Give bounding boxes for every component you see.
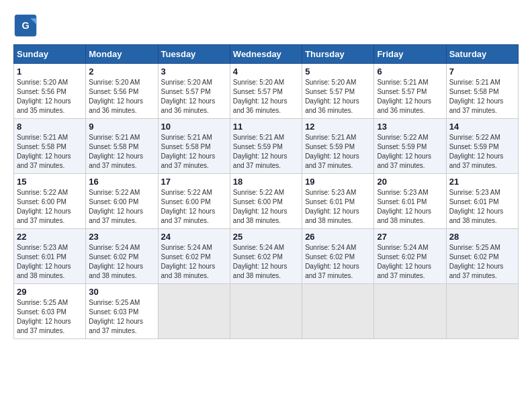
- calendar-cell: 21 Sunrise: 5:23 AM Sunset: 6:01 PM Dayl…: [446, 174, 518, 229]
- day-info: Sunrise: 5:23 AM Sunset: 6:01 PM Dayligh…: [377, 188, 443, 226]
- day-number: 20: [377, 177, 443, 187]
- sunrise-label: Sunrise: 5:23 AM: [17, 244, 68, 251]
- daylight-label: Daylight: 12 hours and 37 minutes.: [449, 97, 504, 114]
- calendar-week-row: 1 Sunrise: 5:20 AM Sunset: 5:56 PM Dayli…: [14, 64, 519, 119]
- sunset-label: Sunset: 6:03 PM: [89, 308, 138, 316]
- sunrise-label: Sunrise: 5:22 AM: [161, 189, 212, 196]
- sunset-label: Sunset: 5:57 PM: [233, 88, 283, 95]
- day-number: 11: [233, 122, 299, 132]
- day-number: 9: [89, 122, 154, 132]
- calendar-cell: 16 Sunrise: 5:22 AM Sunset: 6:00 PM Dayl…: [86, 174, 158, 229]
- header-saturday: Saturday: [446, 45, 518, 64]
- header-monday: Monday: [86, 45, 158, 64]
- sunrise-label: Sunrise: 5:20 AM: [89, 79, 140, 86]
- day-number: 6: [377, 66, 443, 77]
- sunset-label: Sunset: 6:02 PM: [377, 253, 427, 261]
- sunset-label: Sunset: 5:59 PM: [449, 143, 499, 150]
- sunset-label: Sunset: 6:00 PM: [89, 198, 138, 205]
- day-number: 15: [17, 177, 83, 187]
- day-number: 29: [17, 287, 83, 297]
- sunrise-label: Sunrise: 5:21 AM: [161, 134, 212, 141]
- calendar-cell: 26 Sunrise: 5:24 AM Sunset: 6:02 PM Dayl…: [302, 229, 374, 284]
- calendar-cell: [446, 284, 518, 339]
- day-number: 30: [89, 287, 154, 297]
- day-number: 14: [449, 122, 515, 132]
- header-tuesday: Tuesday: [158, 45, 230, 64]
- calendar-cell: 20 Sunrise: 5:23 AM Sunset: 6:01 PM Dayl…: [374, 174, 446, 229]
- calendar-cell: 7 Sunrise: 5:21 AM Sunset: 5:58 PM Dayli…: [446, 64, 518, 119]
- daylight-label: Daylight: 12 hours and 37 minutes.: [449, 263, 504, 279]
- sunrise-label: Sunrise: 5:25 AM: [449, 244, 500, 251]
- day-info: Sunrise: 5:25 AM Sunset: 6:03 PM Dayligh…: [89, 298, 154, 336]
- day-number: 3: [161, 66, 227, 77]
- sunset-label: Sunset: 5:59 PM: [377, 143, 427, 150]
- day-info: Sunrise: 5:23 AM Sunset: 6:01 PM Dayligh…: [305, 188, 371, 226]
- sunset-label: Sunset: 5:56 PM: [89, 88, 138, 95]
- sunset-label: Sunset: 6:01 PM: [449, 198, 499, 205]
- daylight-label: Daylight: 12 hours and 37 minutes.: [89, 152, 143, 169]
- sunrise-label: Sunrise: 5:21 AM: [233, 134, 284, 141]
- calendar-cell: [158, 284, 230, 339]
- sunset-label: Sunset: 5:58 PM: [17, 143, 66, 150]
- day-number: 12: [305, 122, 371, 132]
- day-info: Sunrise: 5:21 AM Sunset: 5:58 PM Dayligh…: [449, 78, 515, 116]
- daylight-label: Daylight: 12 hours and 38 minutes.: [161, 263, 216, 279]
- sunrise-label: Sunrise: 5:23 AM: [377, 189, 428, 196]
- sunrise-label: Sunrise: 5:25 AM: [17, 299, 68, 306]
- day-number: 26: [305, 232, 371, 242]
- sunrise-label: Sunrise: 5:22 AM: [89, 189, 140, 196]
- sunset-label: Sunset: 6:02 PM: [89, 253, 138, 261]
- sunset-label: Sunset: 6:00 PM: [161, 198, 211, 205]
- day-info: Sunrise: 5:20 AM Sunset: 5:56 PM Dayligh…: [17, 78, 83, 116]
- daylight-label: Daylight: 12 hours and 38 minutes.: [17, 263, 71, 279]
- calendar-cell: 27 Sunrise: 5:24 AM Sunset: 6:02 PM Dayl…: [374, 229, 446, 284]
- day-number: 5: [305, 66, 371, 77]
- day-info: Sunrise: 5:20 AM Sunset: 5:57 PM Dayligh…: [305, 78, 371, 116]
- calendar-cell: 29 Sunrise: 5:25 AM Sunset: 6:03 PM Dayl…: [14, 284, 86, 339]
- calendar-cell: 5 Sunrise: 5:20 AM Sunset: 5:57 PM Dayli…: [302, 64, 374, 119]
- day-number: 21: [449, 177, 515, 187]
- sunset-label: Sunset: 6:02 PM: [233, 253, 283, 261]
- calendar-cell: 9 Sunrise: 5:21 AM Sunset: 5:58 PM Dayli…: [86, 119, 158, 174]
- daylight-label: Daylight: 12 hours and 38 minutes.: [377, 208, 431, 224]
- header-friday: Friday: [374, 45, 446, 64]
- day-info: Sunrise: 5:21 AM Sunset: 5:59 PM Dayligh…: [233, 133, 299, 171]
- sunset-label: Sunset: 6:02 PM: [449, 253, 499, 261]
- daylight-label: Daylight: 12 hours and 37 minutes.: [17, 152, 71, 169]
- header-wednesday: Wednesday: [230, 45, 302, 64]
- sunrise-label: Sunrise: 5:21 AM: [17, 134, 68, 141]
- calendar-cell: 14 Sunrise: 5:22 AM Sunset: 5:59 PM Dayl…: [446, 119, 518, 174]
- daylight-label: Daylight: 12 hours and 37 minutes.: [305, 152, 359, 169]
- day-info: Sunrise: 5:23 AM Sunset: 6:01 PM Dayligh…: [449, 188, 515, 226]
- calendar-cell: 13 Sunrise: 5:22 AM Sunset: 5:59 PM Dayl…: [374, 119, 446, 174]
- day-info: Sunrise: 5:21 AM Sunset: 5:58 PM Dayligh…: [161, 133, 227, 171]
- daylight-label: Daylight: 12 hours and 37 minutes.: [17, 208, 71, 224]
- day-info: Sunrise: 5:23 AM Sunset: 6:01 PM Dayligh…: [17, 243, 83, 281]
- daylight-label: Daylight: 12 hours and 37 minutes.: [89, 208, 143, 224]
- sunset-label: Sunset: 6:00 PM: [233, 198, 283, 205]
- daylight-label: Daylight: 12 hours and 37 minutes.: [161, 152, 216, 169]
- calendar-cell: 11 Sunrise: 5:21 AM Sunset: 5:59 PM Dayl…: [230, 119, 302, 174]
- calendar-cell: 18 Sunrise: 5:22 AM Sunset: 6:00 PM Dayl…: [230, 174, 302, 229]
- day-number: 13: [377, 122, 443, 132]
- sunset-label: Sunset: 5:58 PM: [89, 143, 138, 150]
- calendar-week-row: 15 Sunrise: 5:22 AM Sunset: 6:00 PM Dayl…: [14, 174, 519, 229]
- calendar-cell: 12 Sunrise: 5:21 AM Sunset: 5:59 PM Dayl…: [302, 119, 374, 174]
- day-info: Sunrise: 5:22 AM Sunset: 6:00 PM Dayligh…: [233, 188, 299, 226]
- daylight-label: Daylight: 12 hours and 38 minutes.: [233, 208, 287, 224]
- sunrise-label: Sunrise: 5:22 AM: [377, 134, 428, 141]
- day-number: 24: [161, 232, 227, 242]
- sunset-label: Sunset: 6:01 PM: [305, 198, 355, 205]
- day-info: Sunrise: 5:20 AM Sunset: 5:57 PM Dayligh…: [161, 78, 227, 116]
- day-info: Sunrise: 5:22 AM Sunset: 5:59 PM Dayligh…: [377, 133, 443, 171]
- sunrise-label: Sunrise: 5:20 AM: [305, 79, 356, 86]
- calendar-cell: 22 Sunrise: 5:23 AM Sunset: 6:01 PM Dayl…: [14, 229, 86, 284]
- daylight-label: Daylight: 12 hours and 37 minutes.: [17, 318, 71, 334]
- calendar-cell: 2 Sunrise: 5:20 AM Sunset: 5:56 PM Dayli…: [86, 64, 158, 119]
- day-info: Sunrise: 5:22 AM Sunset: 6:00 PM Dayligh…: [17, 188, 83, 226]
- calendar-cell: [374, 284, 446, 339]
- calendar-cell: 8 Sunrise: 5:21 AM Sunset: 5:58 PM Dayli…: [14, 119, 86, 174]
- daylight-label: Daylight: 12 hours and 36 minutes.: [89, 97, 143, 114]
- day-number: 10: [161, 122, 227, 132]
- sunrise-label: Sunrise: 5:20 AM: [233, 79, 284, 86]
